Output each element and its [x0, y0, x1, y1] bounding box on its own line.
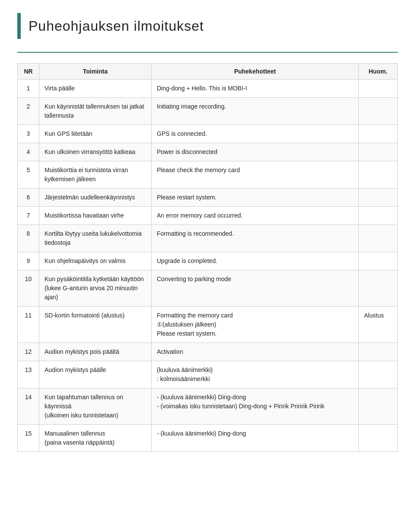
cell-nr: 8 — [18, 225, 39, 252]
table-row: 3Kun GPS liitetäänGPS is connected. — [18, 125, 398, 143]
cell-nr: 13 — [18, 361, 39, 388]
cell-huom — [359, 80, 398, 98]
cell-puhekehotteet: Formatting is recommended. — [151, 225, 358, 252]
cell-toiminta: Manuaalinen tallennus (paina vasenta näp… — [39, 425, 151, 452]
cell-huom — [359, 252, 398, 270]
cell-nr: 4 — [18, 143, 39, 161]
cell-nr: 10 — [18, 270, 39, 307]
cell-nr: 3 — [18, 125, 39, 143]
cell-huom — [359, 343, 398, 361]
cell-puhekehotteet: (kuuluva äänimerkki) : kolmoisäänimerkki — [151, 361, 358, 388]
cell-huom — [359, 143, 398, 161]
table-row: 9Kun ohjelmapäivitys on valmisUpgrade is… — [18, 252, 398, 270]
cell-toiminta: Virta päälle — [39, 80, 151, 98]
cell-puhekehotteet: Initiating image recording. — [151, 98, 358, 125]
table-row: 7Muistikortissa havaitaan virheAn error … — [18, 207, 398, 225]
cell-nr: 7 — [18, 207, 39, 225]
table-row: 10Kun pysäköintitila kytketään käyttöön … — [18, 270, 398, 307]
cell-toiminta: Audion mykistys päälle — [39, 361, 151, 388]
cell-toiminta: Kun käynnistät tallennuksen tai jatkat t… — [39, 98, 151, 125]
cell-toiminta: Kun GPS liitetään — [39, 125, 151, 143]
notifications-table: NR Toiminta Puhekehotteet Huom. 1Virta p… — [17, 63, 398, 452]
table-row: 12Audion mykistys pois päältäActivation — [18, 343, 398, 361]
cell-toiminta: SD-kortin formatointi (alustus) — [39, 307, 151, 343]
cell-toiminta: Muistikorttia ei tunnisteta virran kytke… — [39, 161, 151, 189]
cell-toiminta: Järjestelmän uudelleenkäynnistys — [39, 189, 151, 207]
table-row: 11SD-kortin formatointi (alustus)Formatt… — [18, 307, 398, 343]
cell-nr: 11 — [18, 307, 39, 343]
cell-puhekehotteet: Upgrade is completed. — [151, 252, 358, 270]
table-row: 4Kun ulkoinen virransyöttö katkeaaPower … — [18, 143, 398, 161]
cell-nr: 1 — [18, 80, 39, 98]
cell-huom — [359, 361, 398, 388]
header-accent — [17, 13, 21, 39]
cell-nr: 12 — [18, 343, 39, 361]
table-header: NR Toiminta Puhekehotteet Huom. — [18, 64, 398, 80]
cell-puhekehotteet: Please check the memory card — [151, 161, 358, 189]
cell-huom — [359, 270, 398, 307]
table-row: 6Järjestelmän uudelleenkäynnistysPlease … — [18, 189, 398, 207]
table-row: 13Audion mykistys päälle(kuuluva äänimer… — [18, 361, 398, 388]
table-body: 1Virta päälleDing-dong + Hello. This is … — [18, 80, 398, 452]
table-row: 8Kortilta löytyy useita lukukelvottomia … — [18, 225, 398, 252]
table-row: 5Muistikorttia ei tunnisteta virran kytk… — [18, 161, 398, 189]
table-row: 14Kun tapahtuman tallennus on käynnissä … — [18, 388, 398, 425]
cell-toiminta: Audion mykistys pois päältä — [39, 343, 151, 361]
cell-huom — [359, 425, 398, 452]
page-title: Puheohjauksen ilmoitukset — [29, 18, 204, 34]
cell-toiminta: Kun ulkoinen virransyöttö katkeaa — [39, 143, 151, 161]
table-row: 15Manuaalinen tallennus (paina vasenta n… — [18, 425, 398, 452]
table-row: 2Kun käynnistät tallennuksen tai jatkat … — [18, 98, 398, 125]
cell-nr: 2 — [18, 98, 39, 125]
cell-huom — [359, 388, 398, 425]
cell-toiminta: Kun ohjelmapäivitys on valmis — [39, 252, 151, 270]
cell-toiminta: Kun pysäköintitila kytketään käyttöön (l… — [39, 270, 151, 307]
cell-puhekehotteet: Formatting the memory card①(alustuksen j… — [151, 307, 358, 343]
cell-puhekehotteet: Ding-dong + Hello. This is MOBI-I — [151, 80, 358, 98]
cell-huom — [359, 189, 398, 207]
cell-nr: 5 — [18, 161, 39, 189]
cell-puhekehotteet: Power is disconnected — [151, 143, 358, 161]
cell-toiminta: Muistikortissa havaitaan virhe — [39, 207, 151, 225]
col-nr: NR — [18, 64, 39, 80]
cell-puhekehotteet: - (kuuluva äänimerkki) Ding-dong — [151, 425, 358, 452]
cell-huom — [359, 225, 398, 252]
cell-puhekehotteet: Please restart system. — [151, 189, 358, 207]
page-header: Puheohjauksen ilmoitukset — [17, 13, 398, 39]
cell-huom — [359, 125, 398, 143]
cell-huom — [359, 98, 398, 125]
table-row: 1Virta päälleDing-dong + Hello. This is … — [18, 80, 398, 98]
cell-huom — [359, 207, 398, 225]
cell-puhekehotteet: Activation — [151, 343, 358, 361]
cell-puhekehotteet: - (kuuluva äänimerkki) Ding-dong - (voim… — [151, 388, 358, 425]
cell-toiminta: Kortilta löytyy useita lukukelvottomia t… — [39, 225, 151, 252]
cell-nr: 9 — [18, 252, 39, 270]
cell-huom: Alustus — [359, 307, 398, 343]
col-puhekehotteet: Puhekehotteet — [151, 64, 358, 80]
cell-toiminta: Kun tapahtuman tallennus on käynnissä (u… — [39, 388, 151, 425]
cell-huom — [359, 161, 398, 189]
cell-puhekehotteet: GPS is connected. — [151, 125, 358, 143]
cell-puhekehotteet: Converting to parking mode — [151, 270, 358, 307]
header-divider — [17, 52, 398, 53]
col-huom: Huom. — [359, 64, 398, 80]
cell-nr: 6 — [18, 189, 39, 207]
cell-nr: 15 — [18, 425, 39, 452]
cell-puhekehotteet: An error memory card occurred. — [151, 207, 358, 225]
cell-nr: 14 — [18, 388, 39, 425]
col-toiminta: Toiminta — [39, 64, 151, 80]
